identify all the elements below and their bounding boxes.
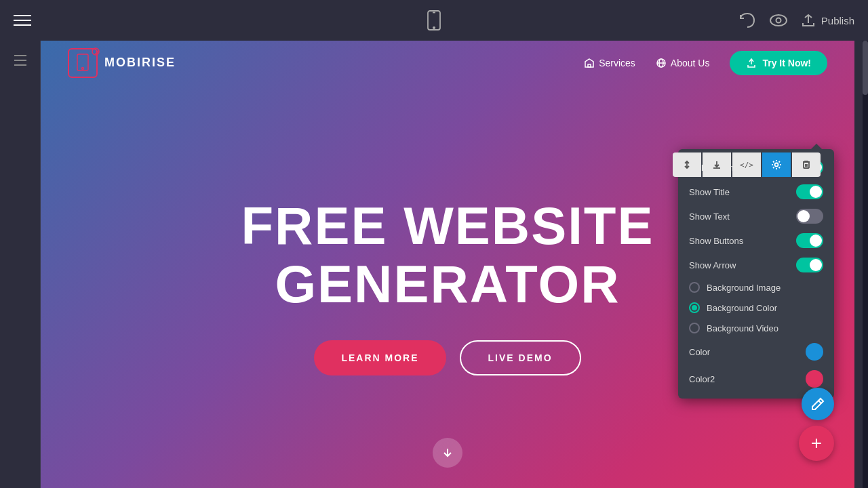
live-demo-button[interactable]: LIVE DEMO	[460, 340, 581, 375]
show-title-label: Show Title	[689, 187, 730, 197]
bg-image-label: Background Image	[707, 283, 781, 293]
color1-label: Color	[689, 347, 710, 357]
logo-text: MOBIRISE	[104, 56, 176, 70]
right-scrollbar-area	[854, 41, 868, 488]
section-toolbar: </>	[673, 152, 821, 177]
canvas-area: MOBIRISE Services	[41, 41, 854, 488]
show-arrow-label: Show Arrow	[689, 260, 736, 270]
code-button[interactable]: </>	[732, 152, 761, 177]
nav-about[interactable]: About Us	[656, 58, 710, 68]
main-area: MOBIRISE Services	[0, 41, 868, 488]
delete-button[interactable]	[792, 152, 821, 177]
undo-icon[interactable]	[738, 13, 756, 28]
navbar: MOBIRISE Services	[41, 41, 854, 85]
scrollbar[interactable]	[863, 41, 868, 488]
nav-services[interactable]: Services	[584, 58, 635, 68]
bg-color-row: Background Color	[689, 302, 823, 313]
color2-label: Color2	[689, 374, 715, 384]
show-text-row: Show Text	[689, 209, 823, 224]
show-arrow-toggle[interactable]	[796, 258, 823, 272]
pencil-fab-button[interactable]	[802, 388, 834, 420]
svg-rect-23	[804, 162, 809, 168]
settings-button[interactable]	[762, 152, 791, 177]
save-button[interactable]	[703, 152, 731, 177]
toolbar-right: Publish	[738, 13, 854, 28]
show-buttons-row: Show Buttons	[689, 233, 823, 248]
hero-buttons: LEARN MORE LIVE DEMO	[314, 340, 580, 375]
top-toolbar: Publish	[0, 0, 868, 41]
show-text-toggle[interactable]	[796, 209, 823, 224]
svg-point-2	[433, 27, 435, 28]
svg-line-26	[818, 401, 821, 403]
toolbar-center	[427, 10, 441, 30]
svg-point-4	[776, 18, 781, 23]
color2-row: Color2	[689, 370, 823, 388]
svg-point-3	[770, 15, 787, 26]
bg-image-row: Background Image	[689, 282, 823, 293]
sidebar-icon-1[interactable]	[13, 54, 28, 66]
color2-swatch[interactable]	[806, 370, 823, 388]
learn-more-button[interactable]: LEARN MORE	[314, 340, 446, 375]
add-fab-button[interactable]: +	[799, 426, 834, 461]
logo-icon	[68, 48, 98, 78]
toolbar-left	[14, 15, 31, 26]
bg-color-radio[interactable]	[689, 302, 700, 313]
color1-row: Color	[689, 343, 823, 361]
svg-point-22	[775, 163, 778, 167]
color1-swatch[interactable]	[806, 343, 823, 361]
show-text-label: Show Text	[689, 211, 730, 222]
svg-rect-14	[588, 64, 591, 67]
hamburger-icon[interactable]	[14, 15, 31, 26]
show-buttons-toggle[interactable]	[796, 233, 823, 248]
show-title-row: Show Title	[689, 184, 823, 199]
scrollbar-thumb[interactable]	[863, 41, 868, 95]
show-buttons-label: Show Buttons	[689, 236, 743, 246]
bg-color-label: Background Color	[707, 303, 777, 313]
settings-panel: Full Screen Show Title Show Text	[678, 149, 834, 399]
svg-rect-8	[77, 54, 88, 70]
bg-video-row: Background Video	[689, 323, 823, 333]
nav-links: Services About Us	[584, 51, 827, 75]
reorder-button[interactable]	[673, 152, 701, 177]
try-now-button[interactable]: Try It Now!	[730, 51, 827, 75]
scroll-down-arrow[interactable]	[433, 438, 462, 468]
bg-video-label: Background Video	[707, 323, 778, 333]
bg-image-radio[interactable]	[689, 282, 700, 293]
phone-preview-icon[interactable]	[427, 10, 441, 30]
logo: MOBIRISE	[68, 48, 176, 78]
hero-title: FREE WEBSITE GENERATOR	[241, 197, 654, 314]
svg-point-9	[82, 67, 84, 69]
show-arrow-row: Show Arrow	[689, 258, 823, 272]
publish-button[interactable]: Publish	[801, 14, 854, 27]
publish-label: Publish	[821, 15, 854, 26]
show-title-toggle[interactable]	[796, 184, 823, 199]
preview-icon[interactable]	[770, 14, 787, 26]
left-sidebar	[0, 41, 41, 488]
bg-video-radio[interactable]	[689, 323, 700, 333]
